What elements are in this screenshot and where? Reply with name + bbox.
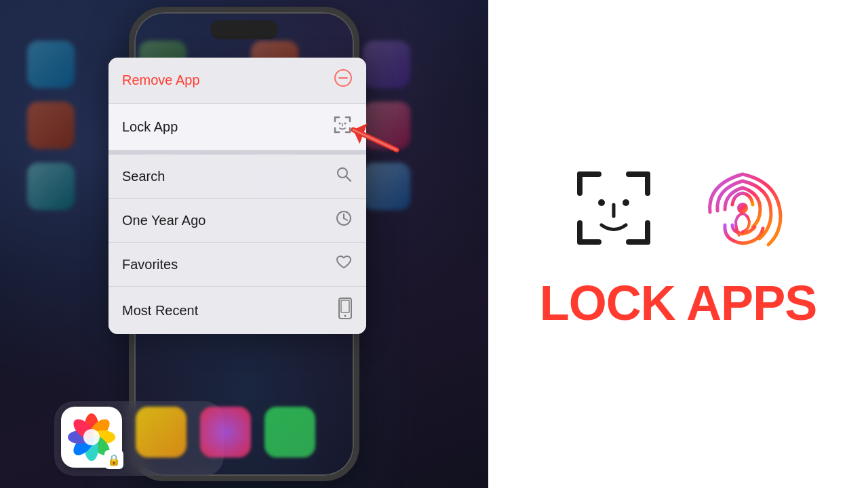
dock-app-4 [264,407,315,458]
svg-point-23 [83,429,100,445]
heart-icon [335,253,353,275]
menu-item-favorites[interactable]: Favorites [108,243,366,287]
lock-apps-title: LOCK APPS [540,279,816,327]
most-recent-label: Most Recent [122,303,198,319]
menu-item-search[interactable]: Search [108,155,366,199]
lock-app-label: Lock App [122,119,178,135]
svg-point-3 [344,123,347,125]
touch-id-icon [695,161,790,258]
biometric-icons-row [566,161,790,258]
menu-item-one-year-ago[interactable]: One Year Ago [108,199,366,243]
svg-point-25 [623,199,629,206]
menu-item-most-recent[interactable]: Most Recent [108,287,366,334]
lock-app-faceid-icon [332,115,353,139]
phone-icon [338,298,353,323]
search-icon [335,165,353,187]
search-label: Search [122,169,165,184]
dock-apps: 🔒 [61,407,315,468]
clock-icon [335,209,353,231]
photos-app-dock: 🔒 [61,407,122,468]
svg-point-2 [339,123,341,125]
one-year-ago-label: One Year Ago [122,213,205,228]
dock-app-3 [200,407,251,458]
dock-app-2 [136,407,186,458]
favorites-label: Favorites [122,257,178,272]
face-id-icon [566,161,661,258]
context-menu: Remove App Lock App [108,58,366,334]
svg-point-11 [344,315,347,317]
menu-item-lock-app[interactable]: Lock App [108,104,366,150]
svg-rect-10 [341,300,349,312]
svg-point-24 [598,199,605,206]
menu-item-remove-app[interactable]: Remove App [108,58,366,104]
remove-app-icon [334,68,353,92]
remove-app-label: Remove App [122,73,200,88]
svg-line-5 [347,177,351,182]
left-panel: Remove App Lock App [0,0,488,488]
right-panel: LOCK APPS [488,0,868,488]
svg-point-26 [737,203,748,214]
svg-line-8 [344,218,347,220]
lock-badge: 🔒 [104,450,123,469]
